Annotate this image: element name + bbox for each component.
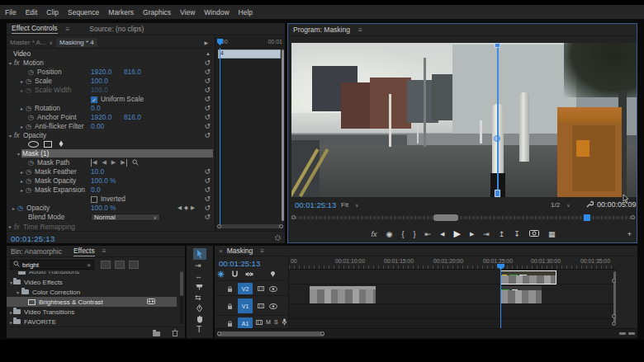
go-to-in-button[interactable]: ⇤: [424, 230, 431, 238]
track-height-handle[interactable]: [612, 314, 616, 318]
ripple-edit-tool[interactable]: ↔: [195, 272, 202, 280]
effect-row-opacity[interactable]: ▾ fx Opacity ↺: [7, 131, 215, 140]
twirl-icon[interactable]: ▸: [7, 223, 14, 229]
program-timecode[interactable]: 00:01:25:13: [295, 200, 336, 209]
track-height-handle[interactable]: [612, 279, 616, 283]
tab-effects[interactable]: Effects: [73, 247, 95, 256]
mark-in-button[interactable]: {: [401, 230, 404, 238]
pen-tool[interactable]: [196, 304, 203, 314]
reset-icon[interactable]: ↺: [204, 167, 211, 176]
mark-out-button[interactable]: }: [413, 230, 415, 238]
reset-icon[interactable]: ↺: [204, 176, 211, 186]
reset-icon[interactable]: ↺: [204, 77, 211, 86]
ec-vertical-scrollbar[interactable]: [282, 49, 284, 221]
track-head-v2[interactable]: V2: [215, 280, 289, 295]
mask-feather-value[interactable]: 10.0: [91, 167, 104, 176]
reset-icon[interactable]: ↺: [204, 213, 211, 222]
twirl-icon[interactable]: ▾: [7, 133, 14, 139]
tree-row-color-correction[interactable]: ▾ Color Correction: [7, 287, 177, 297]
twirl-icon[interactable]: ▸: [7, 309, 13, 315]
param-row-rotation[interactable]: ▸ ◷ Rotation 0.0 ↺: [7, 104, 215, 113]
button-editor-plus[interactable]: +: [627, 230, 632, 238]
prev-keyframe-icon[interactable]: ◀: [178, 205, 182, 211]
program-scrubber[interactable]: [291, 214, 635, 222]
timeline-view-option-icon[interactable]: [628, 332, 635, 335]
mask-vertex-handle-bottom[interactable]: [495, 190, 500, 197]
param-row-mask-feather[interactable]: ▸ ◷ Mask Feather 10.0 ↺: [7, 167, 215, 176]
extract-button[interactable]: ↧: [514, 230, 520, 238]
play-button[interactable]: ▶: [453, 228, 460, 239]
effect-row-time-remapping[interactable]: ▸ fx Time Remapping: [7, 222, 215, 231]
solo-button[interactable]: S: [274, 319, 278, 325]
twirl-icon[interactable]: ▸: [18, 178, 26, 184]
mask-opacity-value[interactable]: 100.0 %: [91, 176, 116, 185]
uniform-scale-checkbox[interactable]: ✓: [91, 96, 97, 103]
selection-tool[interactable]: [193, 248, 206, 260]
position-x-value[interactable]: 1920.0: [91, 68, 111, 76]
twirl-icon[interactable]: ▸: [10, 205, 17, 211]
add-marker-icon[interactable]: [270, 270, 276, 280]
checkbox-row-inverted[interactable]: Inverted ↺: [7, 195, 215, 204]
mask-vertex-handle-top[interactable]: [495, 43, 500, 48]
track-v2-lane[interactable]: [289, 270, 616, 284]
new-bin-icon[interactable]: [153, 330, 163, 338]
twirl-icon[interactable]: ▸: [18, 78, 26, 84]
reset-icon[interactable]: ↺: [204, 186, 211, 195]
stopwatch-icon[interactable]: ◷: [26, 78, 35, 85]
global-fx-mute-button[interactable]: fx: [372, 230, 377, 238]
add-marker-button[interactable]: ◉: [386, 230, 393, 238]
scroll-handle-right[interactable]: [631, 215, 635, 219]
reset-icon[interactable]: ↺: [204, 68, 211, 77]
stopwatch-icon[interactable]: ◷: [26, 105, 35, 112]
reset-icon[interactable]: ↺: [204, 122, 211, 131]
linked-selection-icon[interactable]: [245, 270, 253, 280]
track-mask-forward-icon[interactable]: ▶: [111, 159, 116, 167]
timeline-ruler[interactable]: 00 00:01:10:00 00:01:15:00 00:01:20:00 0…: [289, 256, 616, 270]
scroll-handle-left[interactable]: [291, 215, 296, 219]
sync-lock-icon[interactable]: [256, 319, 263, 327]
tracking-method-icon[interactable]: [132, 159, 139, 167]
twirl-icon[interactable]: ▾: [7, 289, 17, 295]
mask-item-row[interactable]: ▾ Mask (1): [7, 149, 215, 158]
param-row-opacity[interactable]: ▸ ◷ Opacity 100.0 % ◀ ◆ ▶ ↺: [7, 204, 215, 213]
lock-icon[interactable]: [227, 303, 233, 312]
param-row-mask-opacity[interactable]: ▸ ◷ Mask Opacity 100.0 % ↺: [7, 176, 215, 186]
export-frame-button[interactable]: [529, 229, 539, 238]
track-head-v1[interactable]: V1: [215, 295, 289, 315]
reset-icon[interactable]: ↺: [204, 104, 211, 113]
mask-feather-handle[interactable]: [494, 135, 500, 142]
sync-lock-icon[interactable]: [258, 303, 264, 311]
tree-row-audio-transitions[interactable]: Audio Transitions: [7, 271, 177, 276]
eye-icon[interactable]: [269, 303, 277, 311]
mask-expansion-value[interactable]: 0.0: [91, 186, 101, 194]
rotation-value[interactable]: 0.0: [91, 104, 101, 112]
tab-timeline-masking[interactable]: Masking: [227, 247, 253, 255]
twirl-icon[interactable]: ▸: [18, 169, 26, 175]
menu-markers[interactable]: Markers: [108, 8, 134, 16]
program-playhead[interactable]: [584, 214, 590, 221]
stopwatch-icon[interactable]: ◷: [17, 205, 26, 212]
tab-source[interactable]: Source: (no clips): [89, 25, 144, 33]
menu-file[interactable]: File: [5, 8, 17, 16]
anchor-y-value[interactable]: 816.0: [124, 113, 141, 121]
playback-resolution-dropdown[interactable]: 1/2 ∨: [551, 201, 571, 209]
reset-icon[interactable]: ↺: [204, 131, 211, 140]
twirl-icon[interactable]: ▾: [7, 280, 13, 285]
delete-icon[interactable]: [172, 329, 178, 338]
reset-icon[interactable]: ↺: [204, 113, 211, 122]
menu-view[interactable]: View: [180, 8, 195, 16]
reset-icon[interactable]: ↺: [204, 59, 211, 68]
param-row-scale[interactable]: ▸ ◷ Scale 100.0 ↺: [7, 77, 215, 86]
param-row-anti-flicker[interactable]: ▸ ◷ Anti-flicker Filter 0.00 ↺: [7, 122, 215, 131]
panel-menu-icon[interactable]: ≡: [358, 26, 362, 34]
effect-row-motion[interactable]: ▾ fx Motion ↺: [7, 59, 215, 68]
go-to-out-button[interactable]: ⇥: [483, 230, 490, 238]
ellipse-mask-tool-icon[interactable]: [28, 141, 39, 148]
mask-path-line[interactable]: [497, 43, 499, 197]
step-forward-button[interactable]: ▶: [470, 231, 474, 237]
reset-icon[interactable]: ↺: [204, 195, 211, 204]
anchor-x-value[interactable]: 1920.0: [91, 113, 111, 121]
effects-search-input[interactable]: bright ×: [10, 260, 94, 270]
timeline-playhead-line[interactable]: [500, 269, 501, 328]
menu-graphics[interactable]: Graphics: [143, 8, 171, 16]
